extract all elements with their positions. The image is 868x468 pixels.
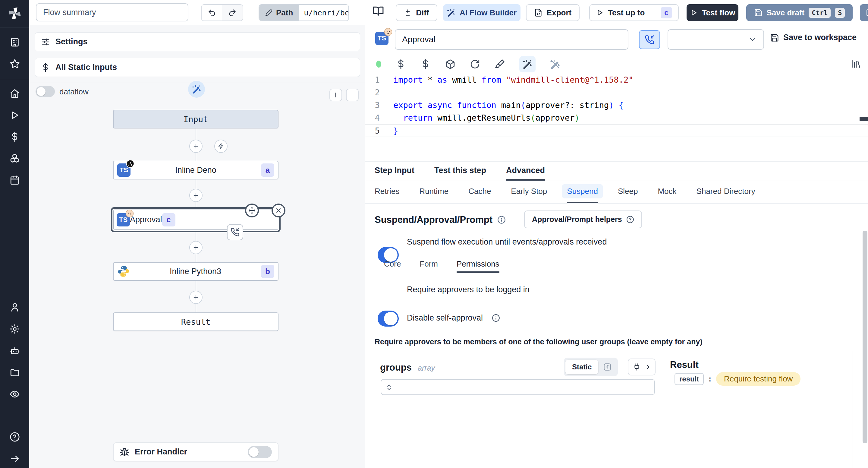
undo-redo-group xyxy=(201,4,243,21)
typescript-badge: TS xyxy=(117,213,130,227)
code-line[interactable]: 5} xyxy=(365,124,868,137)
ai-off-sparkles-icon[interactable] xyxy=(550,59,560,69)
error-handler-row[interactable]: Error Handler xyxy=(113,442,278,461)
redo-button[interactable] xyxy=(222,5,243,21)
reload-icon[interactable] xyxy=(470,59,480,69)
code-line[interactable]: 3export async function main(approver?: s… xyxy=(365,99,868,112)
tab-label: Step Input xyxy=(375,166,414,175)
tab-runtime[interactable]: Runtime xyxy=(419,181,448,203)
favorites-star-icon[interactable] xyxy=(10,59,20,69)
ai-flow-builder-button[interactable]: AI Flow Builder xyxy=(443,4,521,21)
test-up-to-button[interactable]: Test up to c xyxy=(589,4,679,21)
add-step-button[interactable] xyxy=(189,241,203,254)
add-trigger-zap-button[interactable] xyxy=(214,140,227,153)
tab-permissions[interactable]: Permissions xyxy=(457,257,499,273)
save-draft-button[interactable]: Save draft Ctrl S xyxy=(746,4,852,21)
users-icon[interactable] xyxy=(10,302,20,313)
tab-cache[interactable]: Cache xyxy=(468,181,491,203)
tab-shared-directory[interactable]: Shared Directory xyxy=(696,181,755,203)
workspace-icon[interactable] xyxy=(10,37,20,47)
library-icon[interactable] xyxy=(851,59,861,69)
graph-node-inline-python3[interactable]: Inline Python3 b xyxy=(113,262,278,281)
all-static-inputs-row[interactable]: All Static Inputs xyxy=(35,58,360,77)
plug-connect-button[interactable] xyxy=(628,358,655,375)
docs-book-button[interactable] xyxy=(373,5,384,17)
flow-settings-row[interactable]: Settings xyxy=(35,32,360,51)
path-edit-button[interactable]: Path xyxy=(259,5,299,21)
home-icon[interactable] xyxy=(10,88,20,98)
require-login-toggle[interactable] xyxy=(378,311,399,327)
tab-mock[interactable]: Mock xyxy=(658,181,676,203)
flow-summary-input[interactable]: Flow summary xyxy=(36,3,188,21)
info-icon[interactable] xyxy=(492,314,500,322)
code-editor[interactable]: 1import * as wmill from "windmill-client… xyxy=(365,72,868,161)
static-option[interactable]: Static xyxy=(565,360,598,374)
node-result-label: Result xyxy=(114,317,278,327)
export-button[interactable]: Export xyxy=(526,4,580,21)
tab-early-stop[interactable]: Early Stop xyxy=(511,181,547,203)
audit-eye-icon[interactable] xyxy=(10,389,20,399)
info-icon[interactable] xyxy=(497,215,506,224)
tab-label: Early Stop xyxy=(511,187,547,196)
tab-suspend[interactable]: Suspend xyxy=(567,181,598,203)
groups-array-input[interactable] xyxy=(381,379,655,395)
graph-node-inline-deno[interactable]: TS Inline Deno a xyxy=(113,161,278,179)
result-value-badge[interactable]: Require testing flow xyxy=(716,372,801,386)
deno-icon xyxy=(126,159,135,168)
test-flow-button[interactable]: Test flow xyxy=(687,4,738,21)
add-step-button[interactable] xyxy=(189,291,203,304)
variables-dollar-icon[interactable] xyxy=(396,59,406,69)
step-name-value: Approval xyxy=(402,35,435,44)
path-value[interactable]: u/henri/bes xyxy=(299,5,348,21)
format-brush-icon[interactable] xyxy=(495,59,505,69)
tab-core[interactable]: Core xyxy=(384,257,401,273)
tab-label: Cache xyxy=(468,187,491,196)
tab-sleep[interactable]: Sleep xyxy=(618,181,638,203)
approval-step-phone-button[interactable] xyxy=(639,30,660,49)
resources-boxes-icon[interactable] xyxy=(10,153,20,164)
save-menu-button-partial[interactable] xyxy=(860,4,868,21)
add-step-button[interactable] xyxy=(189,140,203,153)
zoom-out-button[interactable] xyxy=(346,89,359,101)
code-line[interactable]: 1import * as wmill from "windmill-client… xyxy=(365,74,868,86)
dataflow-toggle[interactable] xyxy=(36,86,55,97)
step-name-input[interactable]: Approval xyxy=(395,29,628,50)
error-handler-label: Error Handler xyxy=(135,447,187,457)
diff-label: Diff xyxy=(416,8,429,18)
ai-graph-wand-button[interactable] xyxy=(188,81,205,98)
save-to-workspace-button[interactable]: Save to workspace xyxy=(770,33,857,42)
variables-dollar-icon[interactable] xyxy=(10,132,20,142)
resources-dollar-icon[interactable] xyxy=(421,59,431,69)
runs-play-icon[interactable] xyxy=(10,110,20,120)
javascript-fn-option[interactable] xyxy=(598,363,616,371)
tab-form[interactable]: Form xyxy=(420,257,438,273)
ai-gen-wand-icon[interactable] xyxy=(519,56,535,72)
script-version-select[interactable] xyxy=(668,29,764,50)
expand-sidebar-arrow-icon[interactable] xyxy=(10,454,20,464)
code-line[interactable]: 2 xyxy=(365,86,868,99)
package-icon[interactable] xyxy=(445,59,456,69)
approval-prompt-helpers-button[interactable]: Approval/Prompt helpers xyxy=(524,210,642,228)
panel-scrollbar[interactable] xyxy=(863,231,867,443)
folders-icon[interactable] xyxy=(10,367,20,378)
undo-button[interactable] xyxy=(202,5,222,21)
graph-node-result[interactable]: Result xyxy=(113,313,278,331)
tab-advanced[interactable]: Advanced xyxy=(506,162,545,181)
tab-step-input[interactable]: Step Input xyxy=(375,162,414,181)
schedules-calendar-icon[interactable] xyxy=(10,175,20,185)
windmill-logo-icon[interactable] xyxy=(7,5,23,22)
delete-node-button[interactable] xyxy=(272,204,285,217)
diff-button[interactable]: Diff xyxy=(396,4,437,21)
result-key-pill[interactable]: result xyxy=(675,373,704,385)
graph-node-input[interactable]: Input xyxy=(113,110,278,128)
tab-retries[interactable]: Retries xyxy=(375,181,399,203)
code-line[interactable]: 4 return wmill.getResumeUrls(approver) xyxy=(365,112,868,124)
move-node-button[interactable] xyxy=(245,204,259,217)
settings-gear-icon[interactable] xyxy=(10,324,20,334)
add-step-button[interactable] xyxy=(189,189,203,202)
zoom-in-button[interactable] xyxy=(330,89,342,101)
help-icon[interactable] xyxy=(10,432,20,442)
tab-test-this-step[interactable]: Test this step xyxy=(434,162,486,181)
error-handler-toggle[interactable] xyxy=(248,446,272,458)
workers-bot-icon[interactable] xyxy=(10,346,20,356)
